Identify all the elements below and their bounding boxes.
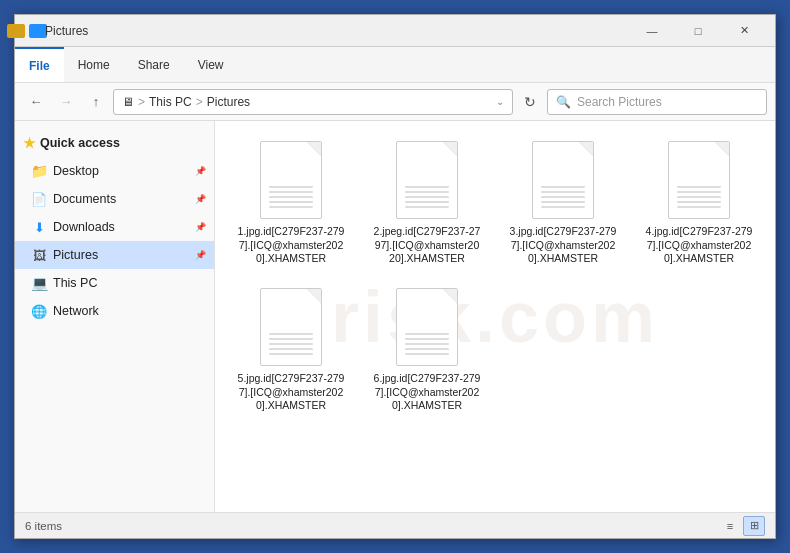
sidebar-label-this-pc: This PC	[53, 276, 97, 290]
file-item-3[interactable]: 3.jpg.id[C279F237-2797].[ICQ@xhamster202…	[503, 133, 623, 272]
sidebar-item-downloads[interactable]: ⬇ Downloads 📌	[15, 213, 214, 241]
file-lines-2	[405, 186, 449, 208]
sidebar-item-network[interactable]: 🌐 Network	[15, 297, 214, 325]
file-name-1: 1.jpg.id[C279F237-2797].[ICQ@xhamster202…	[236, 225, 346, 266]
path-dropdown-icon[interactable]: ⌄	[496, 96, 504, 107]
file-doc-icon-6	[396, 288, 458, 366]
file-icon-wrapper-3	[527, 139, 599, 221]
file-lines-1	[269, 186, 313, 208]
path-sep-1: >	[138, 95, 145, 109]
sidebar: ★ Quick access 📁 Desktop 📌 📄 Documents 📌…	[15, 121, 215, 512]
file-area: risk.com 1.jpg.id[C279F237-2797].[ICQ@xh…	[215, 121, 775, 512]
sidebar-label-desktop: Desktop	[53, 164, 99, 178]
file-name-3: 3.jpg.id[C279F237-2797].[ICQ@xhamster202…	[508, 225, 618, 266]
grid-view-button[interactable]: ⊞	[743, 516, 765, 536]
file-icon-wrapper-1	[255, 139, 327, 221]
file-lines-6	[405, 333, 449, 355]
file-doc-icon-4	[668, 141, 730, 219]
window-title: Pictures	[45, 24, 629, 38]
item-count: 6 items	[25, 520, 62, 532]
file-name-4: 4.jpg.id[C279F237-2797].[ICQ@xhamster202…	[644, 225, 754, 266]
ribbon: File Home Share View	[15, 47, 775, 83]
file-doc-icon-2	[396, 141, 458, 219]
file-doc-icon-5	[260, 288, 322, 366]
file-doc-icon-1	[260, 141, 322, 219]
maximize-button[interactable]: □	[675, 15, 721, 47]
pin-icon-downloads: 📌	[195, 222, 206, 232]
sidebar-label-documents: Documents	[53, 192, 116, 206]
quick-access-header[interactable]: ★ Quick access	[15, 129, 214, 157]
file-name-6: 6.jpg.id[C279F237-2797].[ICQ@xhamster202…	[372, 372, 482, 413]
title-bar: Pictures — □ ✕	[15, 15, 775, 47]
file-item-4[interactable]: 4.jpg.id[C279F237-2797].[ICQ@xhamster202…	[639, 133, 759, 272]
view-icons: ≡ ⊞	[719, 516, 765, 536]
star-icon: ★	[23, 135, 36, 151]
refresh-button[interactable]: ↻	[517, 89, 543, 115]
downloads-icon: ⬇	[31, 219, 47, 235]
file-lines-3	[541, 186, 585, 208]
file-lines-5	[269, 333, 313, 355]
pictures-icon: 🖼	[31, 247, 47, 263]
pin-icon-documents: 📌	[195, 194, 206, 204]
address-bar: ← → ↑ 🖥 > This PC > Pictures ⌄ ↻ 🔍 Searc…	[15, 83, 775, 121]
sidebar-label-downloads: Downloads	[53, 220, 115, 234]
sidebar-item-pictures[interactable]: 🖼 Pictures 📌	[15, 241, 214, 269]
file-lines-4	[677, 186, 721, 208]
tab-file[interactable]: File	[15, 47, 64, 82]
search-box[interactable]: 🔍 Search Pictures	[547, 89, 767, 115]
minimize-button[interactable]: —	[629, 15, 675, 47]
file-icon-wrapper-5	[255, 286, 327, 368]
files-grid: 1.jpg.id[C279F237-2797].[ICQ@xhamster202…	[231, 133, 759, 419]
quick-access-label: Quick access	[40, 136, 120, 150]
sidebar-label-pictures: Pictures	[53, 248, 98, 262]
list-view-button[interactable]: ≡	[719, 516, 741, 536]
file-item-1[interactable]: 1.jpg.id[C279F237-2797].[ICQ@xhamster202…	[231, 133, 351, 272]
pin-icon-pictures: 📌	[195, 250, 206, 260]
file-name-5: 5.jpg.id[C279F237-2797].[ICQ@xhamster202…	[236, 372, 346, 413]
file-item-6[interactable]: 6.jpg.id[C279F237-2797].[ICQ@xhamster202…	[367, 280, 487, 419]
file-name-2: 2.jpeg.id[C279F237-2797].[ICQ@xhamster20…	[372, 225, 482, 266]
sidebar-label-network: Network	[53, 304, 99, 318]
address-path[interactable]: 🖥 > This PC > Pictures ⌄	[113, 89, 513, 115]
window-icon	[23, 23, 39, 39]
file-icon-wrapper-2	[391, 139, 463, 221]
main-content: ★ Quick access 📁 Desktop 📌 📄 Documents 📌…	[15, 121, 775, 512]
sidebar-item-desktop[interactable]: 📁 Desktop 📌	[15, 157, 214, 185]
file-icon-wrapper-6	[391, 286, 463, 368]
documents-folder-icon: 📄	[31, 191, 47, 207]
back-button[interactable]: ←	[23, 89, 49, 115]
path-this-pc: This PC	[149, 95, 192, 109]
path-sep-2: >	[196, 95, 203, 109]
file-item-5[interactable]: 5.jpg.id[C279F237-2797].[ICQ@xhamster202…	[231, 280, 351, 419]
network-icon: 🌐	[31, 303, 47, 319]
status-bar: 6 items ≡ ⊞	[15, 512, 775, 538]
window-controls: — □ ✕	[629, 15, 767, 47]
file-doc-icon-3	[532, 141, 594, 219]
desktop-folder-icon: 📁	[31, 163, 47, 179]
sidebar-item-this-pc[interactable]: 💻 This PC	[15, 269, 214, 297]
pin-icon-desktop: 📌	[195, 166, 206, 176]
forward-button[interactable]: →	[53, 89, 79, 115]
search-icon: 🔍	[556, 95, 571, 109]
this-pc-icon: 💻	[31, 275, 47, 291]
file-icon-wrapper-4	[663, 139, 735, 221]
sidebar-item-documents[interactable]: 📄 Documents 📌	[15, 185, 214, 213]
tab-share[interactable]: Share	[124, 47, 184, 82]
tab-view[interactable]: View	[184, 47, 238, 82]
up-button[interactable]: ↑	[83, 89, 109, 115]
file-item-2[interactable]: 2.jpeg.id[C279F237-2797].[ICQ@xhamster20…	[367, 133, 487, 272]
search-placeholder: Search Pictures	[577, 95, 662, 109]
explorer-window: Pictures — □ ✕ File Home Share View ← → …	[14, 14, 776, 539]
path-icon: 🖥	[122, 95, 134, 109]
path-pictures: Pictures	[207, 95, 250, 109]
qa-icon-1	[7, 24, 25, 38]
tab-home[interactable]: Home	[64, 47, 124, 82]
close-button[interactable]: ✕	[721, 15, 767, 47]
quick-access-toolbar	[7, 24, 47, 38]
